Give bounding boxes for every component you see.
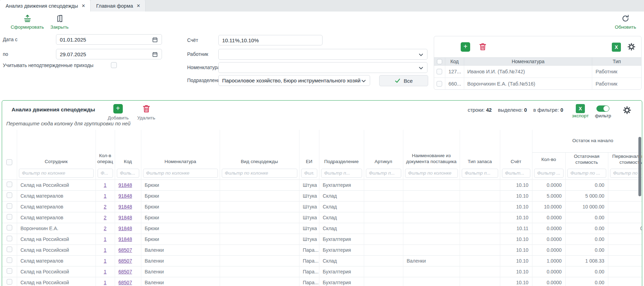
filter-input-employee[interactable] [19,169,94,178]
row-checkbox[interactable] [7,182,12,187]
select-all-departments-button[interactable]: Все [379,75,428,86]
filter-input-workwear-kind[interactable] [222,169,297,178]
row-checkbox[interactable] [437,81,442,87]
filter-input-initial-value[interactable] [610,169,642,178]
cell-supplier-doc-name [403,179,460,190]
account-input[interactable] [218,35,323,45]
row-checkbox[interactable] [7,214,12,220]
date-to-input[interactable] [56,49,162,59]
filter-input-department[interactable] [321,169,362,178]
ops-count-link[interactable]: 1 [104,236,107,242]
nomenclature-code-input[interactable] [218,62,237,73]
cell-initial-value [608,179,642,190]
select-all-rows-checkbox[interactable] [6,159,12,165]
filter-input-stock-type[interactable] [462,169,498,178]
table-row[interactable]: Склад на Российской 1 68507 Валенки Пара… [2,266,642,277]
row-checkbox[interactable] [7,203,12,209]
code-link[interactable]: 68507 [119,247,132,253]
row-checkbox[interactable] [7,236,12,241]
tab-analysis[interactable]: Анализ движения спецодежды ✕ [0,0,91,12]
filter-input-residual-value[interactable] [567,169,606,178]
table-row[interactable]: Склад материалов 2 91848 Брюки Штука Скл… [2,201,642,212]
ops-count-link[interactable]: 1 [104,193,107,199]
vertical-scrollbar-thumb[interactable] [638,137,641,196]
code-link[interactable]: 91848 [119,236,132,242]
cell-residual-value: 10 000.00 [565,201,608,212]
generate-button[interactable]: Сформировать [10,14,45,30]
date-from-input[interactable] [56,34,162,45]
filter-input-code[interactable] [117,169,139,178]
ops-count-link[interactable]: 1 [104,247,107,253]
row-checkbox[interactable] [437,69,442,74]
table-row[interactable]: Склад на Российской 1 91848 Брюки Штука … [2,179,642,190]
ops-count-link[interactable]: 1 [104,269,107,274]
excel-export-button[interactable]: X [612,43,621,52]
table-row[interactable]: Склад на Российской 1 68507 Валенки Пара… [2,277,642,286]
code-link[interactable]: 68507 [119,280,132,285]
ops-count-link[interactable]: 1 [104,258,107,264]
delete-selection-button[interactable] [478,42,488,52]
unconfirmed-checkbox[interactable] [111,62,117,68]
filter-input-article[interactable] [366,169,401,178]
cell-department: Склад [319,201,364,212]
cell-stock-type [460,201,500,212]
department-select[interactable]: Паросиловое хозяйство, Бюро инструментал… [218,75,370,86]
filter-input-supplier-doc-name[interactable] [405,169,458,178]
table-row[interactable]: Склад на Российской 1 68507 Валенки Пара… [2,244,642,255]
filter-toggle[interactable]: фильтр [595,104,611,118]
filter-input-account[interactable] [502,169,530,178]
code-link[interactable]: 91848 [119,193,132,199]
row-checkbox[interactable] [7,247,12,252]
cell-unit: Пара... [299,244,319,255]
close-form-button[interactable]: Закрыть [48,14,71,30]
delete-row-button[interactable]: Удалить [137,104,156,120]
row-checkbox[interactable] [7,192,12,198]
table-row[interactable]: Склад на Российской 1 91848 Брюки Штука … [2,234,642,244]
cell-residual-value: 0.00 [565,212,608,223]
filter-input-nomenclature[interactable] [143,169,218,178]
table-row[interactable]: Склад материалов 1 91848 Брюки Штука Скл… [2,190,642,201]
code-link[interactable]: 68507 [119,269,132,274]
calendar-icon[interactable] [152,36,158,43]
list-item[interactable]: 127... Иванов И.И. (Таб.№742) Работник [434,66,641,78]
worker-label: Работник [187,49,208,59]
filter-input-unit[interactable] [301,169,317,178]
cell-nomenclature: Брюки [141,190,220,201]
export-button[interactable]: X экспорт [572,104,589,118]
gear-icon[interactable] [627,43,636,51]
add-row-button[interactable]: + Добавить [108,104,128,120]
select-all-checkbox[interactable] [437,59,442,64]
list-item[interactable]: 660... Ворончихин Е.А. (Таб.№516) Работн… [434,78,641,90]
code-link[interactable]: 91848 [119,226,132,231]
ops-count-link[interactable]: 2 [104,204,107,210]
group-by-drop-zone[interactable]: Перетащите сюда колонку для группировки … [2,121,642,130]
tab-main-form[interactable]: Главная форма ✕ [91,0,146,12]
filter-input-ops-count[interactable] [98,169,113,178]
row-checkbox[interactable] [7,279,12,285]
ops-count-link[interactable]: 2 [104,215,107,220]
table-row[interactable]: Склад материалов 1 68507 Валенки Пара...… [2,255,642,266]
cell-initial-value [608,201,642,212]
code-link[interactable]: 91848 [119,215,132,220]
code-link[interactable]: 68507 [119,258,132,264]
ops-count-link[interactable]: 1 [104,182,107,188]
refresh-button[interactable]: Обновить [610,14,641,30]
row-checkbox[interactable] [7,257,12,263]
code-link[interactable]: 91848 [119,182,132,188]
nomenclature-select[interactable] [236,62,427,73]
code-link[interactable]: 91848 [119,204,132,210]
table-row[interactable]: Ворончихин Е.А. 2 91848 Брюки Штука Скла… [2,223,642,234]
worker-select[interactable] [236,49,427,60]
close-icon[interactable]: ✕ [82,3,85,8]
gear-icon[interactable] [623,106,631,115]
close-icon[interactable]: ✕ [136,3,140,8]
filter-input-qty[interactable] [534,169,564,178]
row-checkbox[interactable] [7,268,12,274]
ops-count-link[interactable]: 1 [104,280,107,285]
calendar-icon[interactable] [152,51,158,58]
ops-count-link[interactable]: 2 [104,226,107,231]
table-row[interactable]: Склад материалов 2 91848 Брюки Штука Скл… [2,212,642,223]
row-checkbox[interactable] [7,225,12,230]
worker-code-input[interactable] [218,49,237,60]
add-selection-button[interactable]: + [461,42,470,52]
